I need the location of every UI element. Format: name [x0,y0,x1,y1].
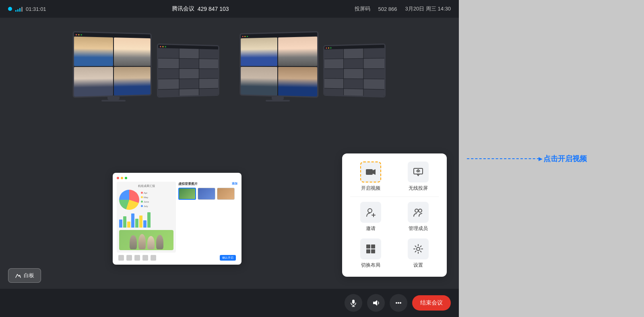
whiteboard-button[interactable]: 白板 [8,268,41,283]
video-cell-1 [74,37,113,66]
svg-point-6 [415,209,418,212]
action-wireless-screen[interactable]: 无线投屏 [398,162,439,192]
more-icon [394,299,402,307]
svg-point-19 [400,302,401,304]
svg-point-18 [398,302,399,304]
camera-icon [365,166,376,178]
person-2 [138,234,146,249]
switch-layout-icon-box[interactable] [360,238,381,259]
signal-bar-4 [21,7,23,12]
vbg-thumb-2[interactable] [198,188,215,200]
vbg-chart-section: 机组成果汇报 Apr May June July [117,182,176,253]
action-grid-bottom: 邀请 管理成员 [350,202,439,269]
video-cell-2 [114,37,151,66]
monitor-wrapper-right-side [321,44,386,102]
grid-cell [364,69,384,79]
dot-red-3 [242,36,244,37]
video-cell-5 [241,37,277,66]
vbg-icon-1[interactable] [118,255,124,261]
mic-button[interactable] [345,294,362,312]
face-4 [114,67,151,95]
grid-cell [199,89,218,98]
many-grid [158,48,218,97]
vbg-thumb-1[interactable] [178,188,196,200]
action-manage-members[interactable]: 管理成员 [398,202,439,232]
dot-yellow-4 [328,47,329,48]
invite-icon-box[interactable] [360,202,381,223]
end-meeting-label: 结束会议 [420,299,443,306]
vbg-confirm-button[interactable]: 确认开启 [220,255,236,261]
grid-cell [324,69,343,79]
vbg-icon-3[interactable] [134,255,140,261]
dot-green-4 [330,47,332,48]
end-meeting-button[interactable]: 结束会议 [412,295,451,311]
action-grid-top: 开启视频 无线投屏 [350,162,439,192]
grid-cell [199,79,218,88]
grid-cell [179,48,199,58]
vbg-section-label: 虚拟背景图片 [178,182,198,186]
vbg-icons-row [118,255,156,261]
svg-point-17 [396,302,397,304]
open-video-icon-box[interactable] [360,162,381,182]
grid-cell [324,59,343,68]
screen-code-label: 投屏码 [355,5,370,12]
datetime-display: 3月20日 周三 14:30 [405,5,451,12]
grid-cell [364,89,384,98]
invite-label: 邀请 [366,225,376,232]
monitor-right-main [239,31,318,98]
grid-cell [324,79,343,88]
monitor-group-left [73,32,221,102]
monitor-right-sidebar [323,44,386,98]
main-area: 01:31:01 腾讯会议 429 847 103 投屏码 502 866 3月… [0,0,459,317]
manage-members-icon-box[interactable] [408,202,429,223]
settings-icon [413,243,424,255]
monitor-stand [107,97,120,100]
vbg-icon-4[interactable] [142,255,148,261]
dot-yellow [78,34,79,35]
vbg-icon-5[interactable] [151,255,156,261]
vbg-add-button[interactable]: 添加 [232,182,237,186]
grid-cell [344,89,363,98]
signal-bar-1 [15,10,17,12]
svg-marker-3 [373,169,376,175]
svg-point-7 [419,209,422,212]
vbg-bg-title: 虚拟背景图片 添加 [178,182,237,186]
grid-cell [344,69,363,79]
action-panel: 开启视频 无线投屏 [342,153,447,277]
more-button[interactable] [390,294,407,312]
wireless-screen-label: 无线投屏 [409,185,428,192]
wireless-screen-icon-box[interactable] [408,162,429,182]
signal-bar-3 [19,8,21,12]
settings-icon-box[interactable] [408,238,429,259]
video-cell-6 [278,37,317,66]
top-bar: 01:31:01 腾讯会议 429 847 103 投屏码 502 866 3月… [0,0,459,18]
face-5 [241,37,277,66]
action-settings[interactable]: 设置 [398,238,439,269]
monitor-base-2 [266,100,290,102]
person-3 [147,236,155,249]
dot-green [80,34,82,35]
person-4 [156,235,163,249]
vbg-icon-2[interactable] [126,255,132,261]
grid-cell [324,89,343,98]
meeting-info: 腾讯会议 429 847 103 [172,5,229,12]
video-cell-3 [74,67,113,97]
vbg-top-dots [117,177,237,179]
monitor-left-main [73,31,152,98]
svg-rect-10 [366,249,370,253]
grid-cell [344,79,363,89]
action-switch-layout[interactable]: 切换布局 [350,238,391,269]
action-invite[interactable]: 邀请 [350,202,391,232]
speaker-button[interactable] [367,294,385,312]
action-open-video[interactable]: 开启视频 [350,162,391,192]
grid-cell [364,58,384,68]
dashed-arrow-line [467,158,539,159]
video-cell-7 [241,67,277,95]
dot-yellow-3 [244,36,246,37]
grid-cell [199,49,218,59]
meeting-id: 429 847 103 [198,6,229,12]
vbg-thumb-3[interactable] [217,188,235,200]
vbg-pie-chart [119,190,139,210]
dot-red-2 [160,46,161,47]
grid-cell [179,69,199,79]
